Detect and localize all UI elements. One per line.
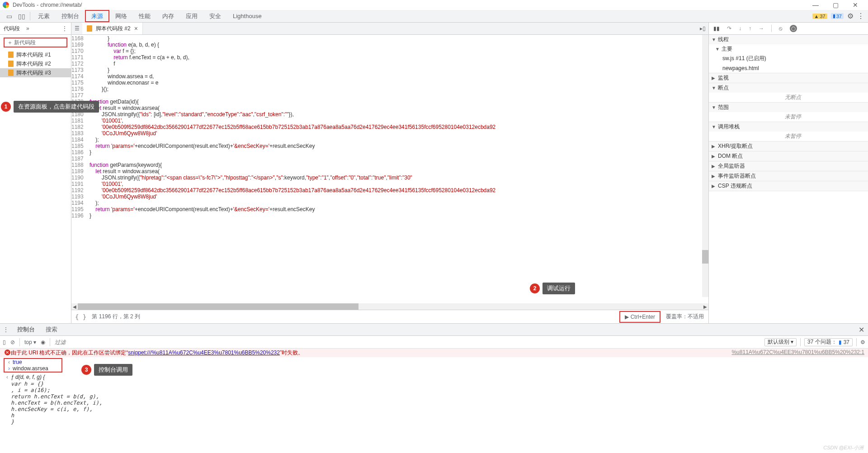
snippet-item[interactable]: 脚本代码段 #2 <box>0 59 71 68</box>
warning-badge[interactable]: ▲37 <box>812 14 827 19</box>
breakpoints-section[interactable]: 断点 <box>709 83 868 93</box>
csp-violation-breakpoints-section[interactable]: CSP 违规断点 <box>709 181 868 191</box>
annotation-badge: 3 <box>81 365 91 375</box>
titlebar: DevTools - chrome://newtab/ — ▢ ✕ <box>0 0 868 10</box>
annotation-badge: 1 <box>1 102 11 112</box>
annotation-label: 在资源面板，点击新建代码段 <box>14 101 99 113</box>
devtools-logo-icon <box>3 2 9 8</box>
settings-gear-icon[interactable]: ⚙ <box>847 12 854 20</box>
tab-sources[interactable]: 来源 <box>85 10 109 22</box>
info-icon: ▮ <box>833 13 835 19</box>
editor-statusbar: { } 第 1196 行，第 2 列 ▶ Ctrl+Enter 覆盖率：不适用 <box>71 310 708 323</box>
thread-main[interactable]: 主要 <box>722 45 732 53</box>
editor-panel: ☰ 脚本代码段 #2 × ▸▯ 116811691170117111721173… <box>71 23 709 323</box>
clear-console-icon[interactable]: ⊘ <box>10 339 15 345</box>
step-icon[interactable]: → <box>759 25 764 32</box>
threads-section[interactable]: 线程 <box>709 35 868 44</box>
scope-empty: 未暂停 <box>718 113 868 121</box>
error-icon: ✕ <box>5 349 10 355</box>
vertical-scrollbar[interactable] <box>702 35 708 297</box>
snippet-label: 脚本代码段 #1 <box>16 51 51 59</box>
file-icon <box>8 61 14 67</box>
pause-icon[interactable]: ▮▮ <box>713 25 720 32</box>
pretty-print-icon[interactable]: { } <box>75 313 86 321</box>
device-toggle-icon[interactable]: ▯▯ <box>15 10 28 22</box>
editor-tab[interactable]: 脚本代码段 #2 × <box>82 23 143 34</box>
main-tabs: ▭ ▯▯ 元素 控制台 来源 网络 性能 内存 应用 安全 Lighthouse… <box>0 10 868 23</box>
toggle-sidebar-icon[interactable]: ▸▯ <box>697 23 708 34</box>
snippets-tab[interactable]: 代码段 <box>4 25 20 33</box>
callstack-empty: 未暂停 <box>718 132 868 140</box>
coverage-label: 覆盖率：不适用 <box>666 313 704 321</box>
close-window-button[interactable]: ✕ <box>845 0 865 10</box>
tab-application[interactable]: 应用 <box>180 10 203 22</box>
watch-section[interactable]: 监视 <box>709 73 868 83</box>
horizontal-scrollbar[interactable]: ◀▶ <box>71 303 708 310</box>
drawer-menu-icon[interactable]: ⋮ <box>0 326 12 333</box>
file-icon <box>87 25 92 32</box>
editor-tab-name: 脚本代码段 #2 <box>96 25 131 33</box>
sidebar-toggle-icon[interactable]: ▯ <box>3 339 6 345</box>
console-gear-icon[interactable]: ⚙ <box>860 339 865 345</box>
step-into-icon[interactable]: ↓ <box>739 25 741 32</box>
error-source[interactable]: %u811A%u672C%u4EE3%u7801%u6BB5%20%232:1 <box>731 349 864 357</box>
info-badge[interactable]: ▮37 <box>831 13 844 19</box>
maximize-button[interactable]: ▢ <box>826 0 845 10</box>
annotation-label: 调试运行 <box>542 283 575 294</box>
tab-security[interactable]: 安全 <box>203 10 227 22</box>
filter-input[interactable] <box>55 339 760 345</box>
minimize-button[interactable]: — <box>806 0 826 10</box>
tab-performance[interactable]: 性能 <box>133 10 156 22</box>
new-snippet-button[interactable]: ＋ 新代码段 <box>4 38 67 47</box>
breakpoints-empty: 无断点 <box>718 94 868 101</box>
code-area[interactable]: 1168116911701171117211731174117511761177… <box>71 35 708 303</box>
snippet-label: 脚本代码段 #3 <box>16 69 51 77</box>
context-selector[interactable]: top ▾ <box>24 339 36 345</box>
xhr-breakpoints-section[interactable]: XHR/提取断点 <box>709 142 868 151</box>
annotation-badge: 2 <box>530 283 540 293</box>
tab-memory[interactable]: 内存 <box>156 10 180 22</box>
tab-console[interactable]: 控制台 <box>56 10 85 22</box>
navigator-panel: 代码段 » ⋮ ＋ 新代码段 脚本代码段 #1 脚本代码段 #2 脚本代码段 #… <box>0 23 71 323</box>
event-listener-breakpoints-section[interactable]: 事件监听器断点 <box>709 171 868 181</box>
inspect-icon[interactable]: ▭ <box>3 10 15 22</box>
app-name: DevTools <box>13 2 35 8</box>
tab-network[interactable]: 网络 <box>109 10 133 22</box>
nav-menu-icon[interactable]: ⋮ <box>58 25 71 32</box>
snippet-item[interactable]: 脚本代码段 #1 <box>0 50 71 59</box>
error-link[interactable]: snippet:///%u811A%u672C%u4EE3%u7801%u6BB… <box>128 349 280 356</box>
page-url: chrome://newtab/ <box>40 2 82 8</box>
console-input-line[interactable]: › window.asrsea <box>5 365 61 372</box>
tab-lighthouse[interactable]: Lighthouse <box>227 10 268 22</box>
snippet-item[interactable]: 脚本代码段 #3 <box>0 68 71 77</box>
pause-on-exceptions-icon[interactable]: ◯ <box>790 25 797 32</box>
drawer-tab-console[interactable]: 控制台 <box>12 324 40 335</box>
issues-button[interactable]: 37 个问题： ▮ 37 <box>804 338 853 346</box>
run-snippet-button[interactable]: ▶ Ctrl+Enter <box>619 311 660 323</box>
global-listeners-section[interactable]: 全局监听器 <box>709 161 868 171</box>
dom-breakpoints-section[interactable]: DOM 断点 <box>709 151 868 161</box>
call-frame-item[interactable]: sw.js #11 (已启用) <box>709 54 868 63</box>
file-icon <box>8 52 14 58</box>
more-tabs-icon[interactable]: » <box>24 25 32 32</box>
debugger-panel: ▮▮ ↷ ↓ ↑ → ⦸ ◯ 线程 ▼主要 sw.js #11 (已启用) ne… <box>709 23 868 323</box>
callstack-section[interactable]: 调用堆栈 <box>709 122 868 132</box>
divider <box>30 12 30 20</box>
call-frame-item[interactable]: newpages.html <box>709 63 868 73</box>
console-drawer: ⋮ 控制台 搜索 ✕ ▯ ⊘ top ▾ ◉ 默认级别 ▾ 37 个问题： ▮ … <box>0 324 868 453</box>
more-menu-icon[interactable]: ⋮ <box>857 12 864 20</box>
deactivate-breakpoints-icon[interactable]: ⦸ <box>779 25 783 32</box>
scope-section[interactable]: 范围 <box>709 103 868 112</box>
level-selector[interactable]: 默认级别 ▾ <box>764 338 797 346</box>
issue-icon: ▮ <box>839 339 842 345</box>
file-nav-icon[interactable]: ☰ <box>71 23 82 34</box>
console-error-line: ✕ 由于此 URI 格式不正确，因此在工作区尝试绑定“snippet:///%u… <box>0 349 868 357</box>
close-tab-icon[interactable]: × <box>134 25 138 32</box>
tab-elements[interactable]: 元素 <box>32 10 56 22</box>
step-out-icon[interactable]: ↑ <box>749 25 751 32</box>
live-expression-icon[interactable]: ◉ <box>41 339 45 345</box>
drawer-tab-search[interactable]: 搜索 <box>40 324 63 335</box>
warning-icon: ▲ <box>814 14 819 19</box>
step-over-icon[interactable]: ↷ <box>727 25 731 32</box>
close-drawer-icon[interactable]: ✕ <box>854 326 868 334</box>
